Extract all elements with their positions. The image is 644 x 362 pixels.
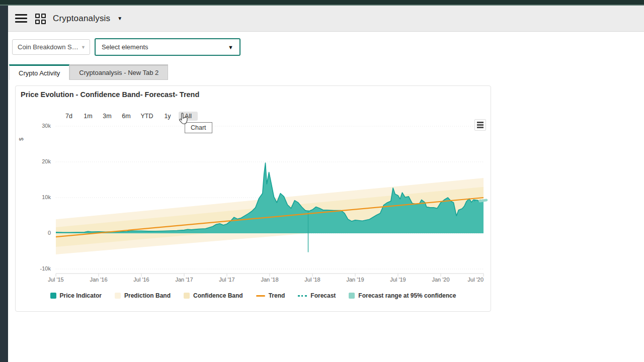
legend-label: Forecast range at 95% confidence	[358, 292, 456, 299]
range-button-ytd[interactable]: YTD	[137, 112, 156, 121]
x-tick-label: Jul '17	[212, 277, 242, 283]
legend-item[interactable]: Price Indicator	[50, 292, 102, 299]
y-axis-title: $	[18, 138, 24, 141]
legend-label: Trend	[269, 292, 285, 299]
app-title: Cryptoanalysis	[53, 14, 110, 24]
legend-swatch-square	[115, 293, 121, 299]
x-tick-label: Jan '20	[426, 277, 456, 283]
x-tick-label: Jul '18	[297, 277, 328, 283]
x-tick-label: Jul '19	[383, 277, 413, 283]
x-tick-label: Jul '15	[41, 277, 71, 283]
chart-card: Price Evolution - Confidence Band- Forec…	[15, 85, 491, 312]
range-button-1m[interactable]: 1m	[80, 112, 96, 121]
tab-cryptoanalysis-new-tab-2[interactable]: Cryptoanalysis - New Tab 2	[69, 64, 168, 80]
range-button-3m[interactable]: 3m	[99, 112, 115, 121]
y-tick-label: 20k	[21, 158, 51, 164]
y-tick-label: 10k	[21, 194, 51, 200]
y-tick-label: 30k	[21, 123, 51, 129]
legend-label: Forecast	[310, 292, 336, 299]
y-tick-label: 0	[21, 230, 51, 236]
legend-item[interactable]: Trend	[256, 292, 285, 299]
left-edge-strip	[0, 6, 8, 362]
coin-breakdown-dropdown[interactable]: Coin Breakdown S… ▼	[12, 39, 90, 55]
tab-label: Cryptoanalysis - New Tab 2	[79, 69, 158, 76]
price-chart-plot[interactable]	[56, 121, 489, 278]
coin-breakdown-label: Coin Breakdown S…	[18, 43, 81, 51]
x-tick-label: Jan '17	[169, 277, 199, 283]
hamburger-menu-icon[interactable]	[15, 14, 27, 23]
tab-bar: Crypto Activity Cryptoanalysis - New Tab…	[9, 64, 168, 80]
x-tick-label: Jan '16	[84, 277, 114, 283]
legend-swatch-square	[184, 293, 190, 299]
legend-item[interactable]: Forecast	[298, 292, 336, 299]
legend-item[interactable]: Forecast range at 95% confidence	[349, 292, 456, 299]
apps-grid-icon[interactable]	[35, 14, 46, 24]
range-button-7d[interactable]: 7d	[61, 112, 77, 121]
chart-legend: Price IndicatorPrediction BandConfidence…	[16, 292, 491, 299]
legend-swatch-square	[50, 293, 56, 299]
x-tick-label: Jan '18	[255, 277, 285, 283]
chart-title: Price Evolution - Confidence Band- Forec…	[21, 90, 199, 99]
x-tick-label: Jul '16	[126, 277, 156, 283]
top-window-bar	[0, 0, 644, 6]
tab-crypto-activity[interactable]: Crypto Activity	[9, 64, 69, 80]
range-selector: 7d1m3m6mYTD1yAll	[61, 112, 201, 121]
tab-label: Crypto Activity	[19, 69, 60, 77]
range-button-1y[interactable]: 1y	[159, 112, 176, 121]
caret-down-icon: ▼	[228, 44, 233, 50]
y-tick-label: -10k	[21, 265, 51, 272]
range-button-6m[interactable]: 6m	[118, 112, 134, 121]
x-tick-label: Jan '19	[340, 277, 370, 283]
tooltip-label: Chart	[191, 124, 206, 131]
legend-label: Price Indicator	[60, 292, 102, 299]
legend-label: Confidence Band	[193, 292, 243, 299]
chart-tooltip: Chart	[185, 122, 212, 133]
caret-down-icon: ▼	[81, 45, 86, 50]
legend-item[interactable]: Prediction Band	[115, 292, 171, 299]
select-elements-dropdown[interactable]: Select elements ▼	[95, 38, 240, 56]
legend-swatch-dotted	[298, 295, 307, 297]
legend-item[interactable]: Confidence Band	[184, 292, 243, 299]
range-button-all[interactable]: All	[179, 112, 198, 121]
page: Cryptoanalysis ▼ Coin Breakdown S… ▼ Sel…	[0, 0, 644, 362]
title-caret-down-icon[interactable]: ▼	[117, 16, 122, 21]
legend-swatch-square	[349, 293, 355, 299]
legend-swatch-line	[256, 295, 265, 297]
legend-label: Prediction Band	[124, 292, 171, 299]
app-header: Cryptoanalysis ▼	[8, 6, 644, 32]
x-tick-label: Jul '20	[452, 277, 484, 283]
select-elements-label: Select elements	[102, 43, 228, 51]
